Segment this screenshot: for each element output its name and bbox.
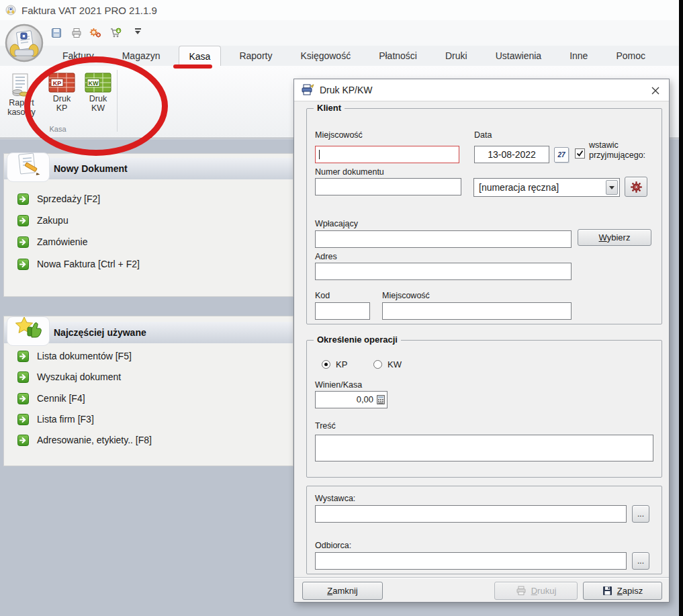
wybierz-button[interactable]: Wybierz [578,229,651,246]
section-title: Nowy Dokument [54,163,128,174]
drukuj-button[interactable]: Drukuj [494,582,578,600]
tab-kasa[interactable]: Kasa [179,46,222,66]
odbiorca-label: Odbiorca: [315,541,351,550]
kp-radio[interactable] [322,360,330,369]
tab-druki[interactable]: Druki [435,46,477,66]
wystawca-input[interactable] [315,505,627,523]
odbiorca-browse-button[interactable]: ... [632,552,649,570]
sidebar-section-najczesciej-uzywane: Najczęściej używane Lista dokumentów [F5… [3,316,293,466]
sidebar-item-wyszukaj-dokument[interactable]: Wyszukaj dokument [4,367,293,387]
winien-kasa-label: Winien/Kasa [315,380,362,390]
tresc-label: Treść [315,421,336,431]
tab-raporty[interactable]: Raporty [229,46,282,66]
kw-radio[interactable] [373,360,382,369]
kod-input[interactable] [315,302,370,320]
operacja-groupbox: Określenie operacji KP KW Winien/Kasa 0,… [306,340,662,478]
dropdown-button[interactable] [606,180,618,195]
sidebar-item-sprzedazy[interactable]: Sprzedaży [F2] [4,189,293,209]
sidebar-item-zamowienie[interactable]: Zamówienie [4,232,293,252]
green-arrow-icon [17,236,29,248]
app-window: Faktura VAT 2021 PRO 21.1.9 [0,0,683,616]
sidebar-item-label: Zakupu [37,215,69,226]
dialog-titlebar: Druk KP/KW [294,79,669,101]
miejscowosc-input[interactable] [315,146,459,163]
sidebar-item-label: Wyszukaj dokument [37,371,121,382]
wystawca-label: Wystawca: [315,494,355,503]
strony-groupbox: Wystawca: ... Odbiorca: ... [306,486,662,574]
tab-inne[interactable]: Inne [559,46,598,66]
green-arrow-icon [17,435,29,446]
calendar-day: 27 [557,151,565,159]
klient-groupbox: Klient Miejscowość Data 13-08-2022 27 ws… [306,108,662,324]
data-label: Data [474,130,492,140]
gears-icon [89,28,101,38]
numeracja-gear-button[interactable] [625,177,647,197]
cart-icon [110,28,122,38]
sidebar-item-nowa-faktura[interactable]: Nowa Faktura [Ctrl + F2] [4,254,293,274]
numer-dokumentu-input[interactable] [315,178,461,195]
calendar-button[interactable]: 27 [554,147,569,163]
miejscowosc2-input[interactable] [382,302,572,320]
operacja-legend: Określenie operacji [314,335,401,345]
tab-pomoc[interactable]: Pomoc [606,46,655,66]
purchase-button[interactable] [107,25,124,41]
wystawca-browse-button[interactable]: ... [632,505,649,523]
odbiorca-input[interactable] [315,552,627,570]
wstawic-checkbox[interactable] [575,148,585,159]
sidebar-item-lista-dokumentow[interactable]: Lista dokumentów [F5] [4,346,293,366]
chevron-down-icon [135,31,140,34]
printer-icon [71,28,82,38]
sidebar-item-adresowanie[interactable]: Adresowanie, etykiety.. [F8] [4,430,293,450]
winien-kasa-input[interactable]: 0,00 [315,391,388,408]
adres-input[interactable] [315,263,572,280]
green-arrow-icon [17,414,29,425]
tresc-input[interactable] [315,435,653,461]
data-input[interactable]: 13-08-2022 [474,146,549,163]
printer-icon [516,586,527,596]
print-form-icon [301,84,314,96]
save-icon [602,586,612,596]
kp-radio-label: KP [336,359,347,369]
wplacajacy-label: Wpłacający [315,219,358,228]
sidebar-item-label: Adresowanie, etykiety.. [F8] [37,435,152,445]
note-pencil-icon [15,151,42,178]
wstawic-checkbox-label: wstawicprzyjmującego: [589,140,645,161]
tab-platnosci[interactable]: Płatności [369,46,427,66]
annotation-circle [24,56,168,156]
app-logo-icon [4,23,44,63]
kw-radio-label: KW [388,359,402,369]
annotation-underline [173,64,212,69]
dialog-title: Druk KP/KW [320,85,373,95]
miejscowosc2-label: Miejscowość [382,291,430,300]
close-button[interactable] [649,85,662,97]
titlebar: Faktura VAT 2021 PRO 21.1.9 [0,0,683,20]
tab-ustawienia[interactable]: Ustawienia [486,46,551,66]
zapisz-button[interactable]: Zapisz [583,582,662,600]
klient-legend: Klient [314,103,345,113]
zamknij-button[interactable]: Zamknij [302,582,383,600]
app-logo [4,23,44,63]
green-arrow-icon [17,193,29,205]
screen-edge-strip [679,0,683,616]
numeracja-select[interactable]: [numeracja ręczna] [473,178,620,197]
app-icon [5,5,16,15]
save-button[interactable] [48,25,64,41]
section-header: Najczęściej używane [4,322,293,343]
save-icon [51,28,62,38]
more-bar-icon [135,28,141,30]
print-button[interactable] [69,25,85,41]
wplacajacy-input[interactable] [315,230,572,248]
sidebar-item-zakupu[interactable]: Zakupu [4,210,293,230]
sidebar-item-label: Lista firm [F3] [37,414,94,425]
section-title: Najczęściej używane [54,327,146,338]
check-icon [576,150,584,157]
gear-icon [630,181,643,193]
calculator-icon[interactable] [377,395,385,406]
settings-button[interactable] [87,25,103,41]
tab-ksiegowosc[interactable]: Księgowość [290,46,361,66]
toolbar-more-button[interactable] [133,28,142,38]
sidebar-item-lista-firm[interactable]: Lista firm [F3] [4,409,293,429]
sidebar-section-nowy-dokument: Nowy Dokument Sprzedaży [F2] Zakupu Zamó… [3,153,293,297]
sidebar-item-cennik[interactable]: Cennik [F4] [4,388,293,408]
chevron-down-icon [609,186,614,189]
